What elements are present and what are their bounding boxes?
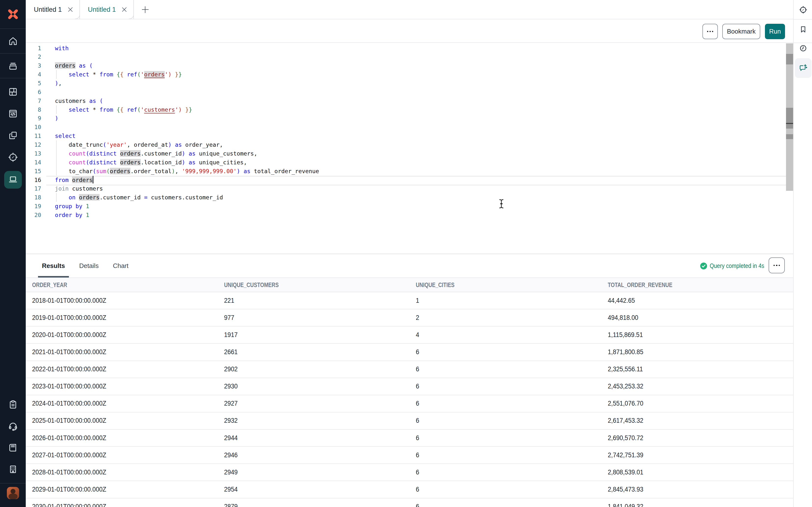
table-cell: 2027-01-01T00:00:00.000Z — [26, 447, 218, 463]
code-line: from orders — [55, 176, 93, 184]
table-row[interactable]: 2027-01-01T00:00:00.000Z294662,742,751.3… — [26, 447, 793, 464]
table-cell: 2020-01-01T00:00:00.000Z — [26, 327, 218, 343]
table-row[interactable]: 2019-01-01T00:00:00.000Z9772494,818.00 — [26, 309, 793, 327]
clipboard-icon — [8, 399, 18, 410]
tab-untitled-2[interactable]: Untitled 1 — [80, 0, 134, 19]
column-header-order_year[interactable]: ORDER_YEAR — [26, 278, 218, 292]
table-row[interactable]: 2030-01-01T00:00:00.000Z287961,841,049.3… — [26, 498, 793, 507]
column-header-total_order_revenue[interactable]: TOTAL_ORDER_REVENUE — [601, 278, 793, 292]
line-number: 9 — [26, 114, 41, 123]
sidebar-item-support[interactable] — [0, 415, 26, 437]
table-cell: 2932 — [218, 412, 410, 429]
table-row[interactable]: 2021-01-01T00:00:00.000Z266161,871,800.8… — [26, 344, 793, 361]
table-row[interactable]: 2026-01-01T00:00:00.000Z294462,690,570.7… — [26, 430, 793, 447]
code-line: select * from {{ ref('orders') }} — [55, 70, 182, 79]
table-cell: 2,742,751.39 — [601, 447, 793, 463]
table-cell: 977 — [218, 309, 410, 326]
table-row[interactable]: 2025-01-01T00:00:00.000Z293262,617,453.3… — [26, 412, 793, 430]
sql-editor[interactable]: 1234567891011121314151617181920 withorde… — [26, 43, 793, 253]
sidebar-item-explore[interactable] — [0, 146, 26, 168]
sidebar-item-code[interactable] — [0, 103, 26, 124]
sidebar-item-docs[interactable] — [0, 437, 26, 458]
table-cell: 2902 — [218, 361, 410, 378]
column-header-unique_cities[interactable]: UNIQUE_CITIES — [409, 278, 601, 292]
rail-ai-assistant-button[interactable] — [794, 63, 812, 72]
sidebar-item-organization[interactable] — [0, 458, 26, 480]
tab-close-icon[interactable] — [68, 7, 73, 12]
table-row[interactable]: 2020-01-01T00:00:00.000Z191741,115,869.5… — [26, 327, 793, 344]
hex-logo[interactable] — [0, 0, 26, 29]
rail-history-button[interactable] — [794, 44, 812, 53]
sidebar-item-templates[interactable] — [0, 394, 26, 415]
sidebar-divider — [0, 483, 26, 484]
table-row[interactable]: 2022-01-01T00:00:00.000Z290262,325,556.1… — [26, 361, 793, 378]
table-cell: 2946 — [218, 447, 410, 463]
main-area: Untitled 1 Untitled 1 Bookmark Run 12345… — [26, 0, 793, 507]
table-body: 2018-01-01T00:00:00.000Z221144,442.65201… — [26, 292, 793, 507]
code-line: date_trunc('year', ordered_at) as order_… — [55, 140, 223, 149]
table-row[interactable]: 2028-01-01T00:00:00.000Z294962,808,539.0… — [26, 464, 793, 481]
sidebar-item-notebook-active[interactable] — [4, 171, 22, 188]
table-cell: 2954 — [218, 481, 410, 498]
building-icon — [8, 464, 18, 475]
table-cell: 2022-01-01T00:00:00.000Z — [26, 361, 218, 378]
ellipsis-icon — [773, 265, 780, 266]
indent-guide — [56, 105, 57, 114]
rail-explore-button[interactable] — [794, 5, 812, 14]
line-number: 18 — [26, 193, 41, 202]
line-number: 4 — [26, 70, 41, 79]
table-row[interactable]: 2029-01-01T00:00:00.000Z295462,845,473.9… — [26, 481, 793, 498]
active-line-border — [46, 176, 786, 177]
table-cell: 2,845,473.93 — [601, 481, 793, 498]
table-row[interactable]: 2024-01-01T00:00:00.000Z292762,551,076.7… — [26, 395, 793, 412]
line-number: 15 — [26, 167, 41, 176]
results-tab-chart[interactable]: Chart — [109, 254, 133, 278]
indent-guide — [56, 167, 57, 176]
code-line: count(distinct orders.customer_id) as un… — [55, 149, 257, 158]
table-cell: 2,617,453.32 — [601, 412, 793, 429]
table-cell: 2019-01-01T00:00:00.000Z — [26, 309, 218, 326]
table-cell: 2 — [409, 309, 601, 326]
laptop-icon — [7, 174, 19, 186]
code-line: join customers — [55, 184, 103, 193]
dashboard-grid-icon — [8, 87, 18, 97]
table-cell: 2025-01-01T00:00:00.000Z — [26, 412, 218, 429]
table-cell: 44,442.65 — [601, 292, 793, 309]
tab-untitled-1[interactable]: Untitled 1 — [26, 0, 80, 19]
line-number: 14 — [26, 158, 41, 167]
left-sidebar — [0, 0, 26, 507]
run-button[interactable]: Run — [765, 24, 785, 39]
table-row[interactable]: 2023-01-01T00:00:00.000Z293062,453,253.3… — [26, 378, 793, 395]
table-cell: 6 — [409, 481, 601, 498]
table-cell: 2949 — [218, 464, 410, 481]
sidebar-item-apps[interactable] — [0, 81, 26, 103]
editor-scrollbar[interactable] — [786, 43, 793, 191]
more-options-button[interactable] — [702, 24, 718, 39]
headset-icon — [8, 421, 18, 432]
sidebar-item-components[interactable] — [0, 124, 26, 146]
results-tab-results[interactable]: Results — [38, 254, 69, 278]
table-cell: 2,808,539.01 — [601, 464, 793, 481]
user-avatar[interactable] — [7, 487, 19, 499]
code-line: order by 1 — [55, 211, 89, 219]
rail-bookmark-button[interactable] — [794, 25, 812, 34]
line-number: 17 — [26, 184, 41, 193]
table-cell: 2661 — [218, 344, 410, 360]
table-cell: 2927 — [218, 395, 410, 412]
results-tab-details[interactable]: Details — [75, 254, 102, 278]
new-tab-button[interactable] — [134, 0, 156, 19]
tab-close-icon[interactable] — [121, 7, 127, 12]
column-header-unique_customers[interactable]: UNIQUE_CUSTOMERS — [218, 278, 410, 292]
mouse-text-cursor — [498, 199, 505, 209]
line-number: 13 — [26, 149, 41, 158]
bookmark-button[interactable]: Bookmark — [722, 24, 760, 39]
table-cell: 1 — [409, 292, 601, 309]
windows-icon — [8, 130, 18, 141]
sidebar-item-home[interactable] — [0, 29, 26, 54]
table-cell: 6 — [409, 430, 601, 446]
table-header: ORDER_YEARUNIQUE_CUSTOMERSUNIQUE_CITIEST… — [26, 278, 793, 292]
results-more-button[interactable] — [769, 258, 785, 273]
sidebar-item-projects[interactable] — [0, 54, 26, 78]
table-row[interactable]: 2018-01-01T00:00:00.000Z221144,442.65 — [26, 292, 793, 309]
code-line: count(distinct orders.location_id) as un… — [55, 158, 247, 167]
